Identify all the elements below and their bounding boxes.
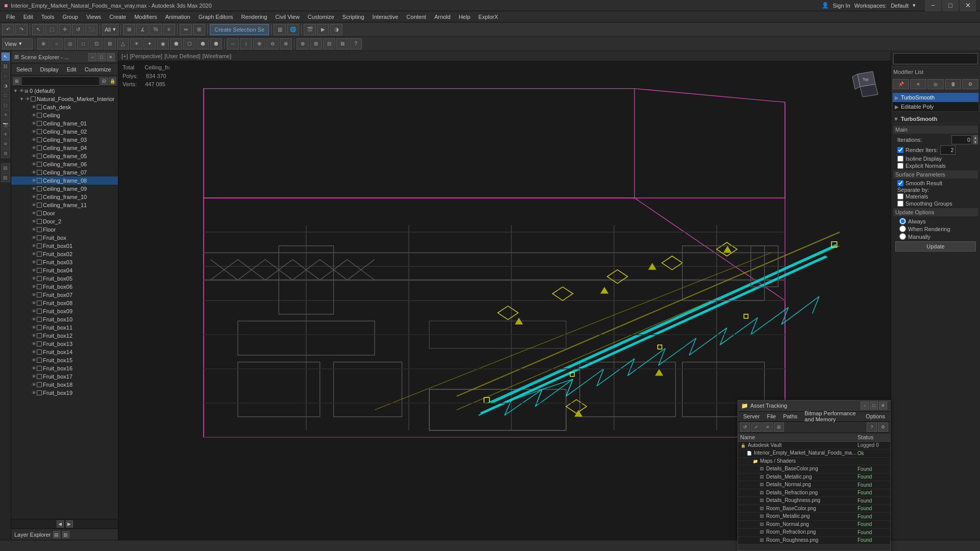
minimize-button[interactable]: − — [925, 0, 941, 11]
tree-item-floor[interactable]: 👁Floor — [11, 226, 118, 234]
tb2-btn18[interactable]: ⊖ — [266, 38, 279, 49]
render-iters-spinbox[interactable] — [940, 145, 955, 155]
left-shape-btn[interactable]: ◻ — [1, 101, 10, 110]
tb2-btn5[interactable]: ⊡ — [90, 38, 103, 49]
scene-customize-menu[interactable]: Customize — [82, 66, 114, 73]
at-horizontal-scrollbar[interactable] — [738, 544, 890, 550]
tb2-btn24[interactable]: ? — [350, 38, 362, 49]
tree-item-fruit_box07[interactable]: 👁Fruit_box07 — [11, 291, 118, 299]
menu-tools[interactable]: Tools — [37, 11, 59, 22]
make-unique-btn[interactable]: ◎ — [927, 79, 944, 89]
left-select-btn[interactable]: ↖ — [1, 52, 10, 61]
menu-edit[interactable]: Edit — [19, 11, 37, 22]
left-material-btn[interactable]: ◑ — [1, 81, 10, 90]
tb2-btn21[interactable]: ⊞ — [310, 38, 322, 49]
menu-group[interactable]: Group — [58, 11, 82, 22]
iterations-spinbox[interactable] — [951, 135, 972, 144]
at-list-btn[interactable]: ≡ — [763, 422, 773, 432]
when-rendering-radio[interactable] — [899, 226, 906, 232]
pin-stack-btn[interactable]: 📌 — [893, 79, 909, 89]
tree-item-ceiling_frame_08[interactable]: 👁Ceiling_frame_08 — [11, 177, 118, 185]
mirror-button[interactable]: ⇔ — [180, 24, 192, 35]
chevron-down-icon[interactable]: ▾ — [913, 2, 916, 9]
left-helper-btn[interactable]: ✛ — [1, 130, 10, 139]
tree-item-fruit_box01[interactable]: 👁Fruit_box01 — [11, 242, 118, 250]
signin-label[interactable]: Sign In — [833, 3, 850, 9]
at-row-4[interactable]: 🖼Details_Metallic.png Found — [738, 473, 890, 482]
scene-filter-btn3[interactable]: 🔒 — [109, 78, 116, 85]
tree-item-ceiling_frame_07[interactable]: 👁Ceiling_frame_07 — [11, 168, 118, 177]
tb2-btn6[interactable]: ⊞ — [104, 38, 116, 49]
object-name-input[interactable]: Ceiling_frame_08 — [893, 53, 978, 64]
manually-radio[interactable] — [899, 233, 906, 240]
scale-button[interactable]: ⬛ — [85, 24, 97, 35]
tb2-btn19[interactable]: ⊗ — [280, 38, 292, 49]
at-row-10[interactable]: 🖼Room_Normal.png Found — [738, 521, 890, 529]
viewport-plus[interactable]: [+] — [121, 53, 128, 59]
tb2-btn20[interactable]: ⊕ — [297, 38, 309, 49]
menu-scripting[interactable]: Scripting — [338, 11, 369, 22]
snap-toggle[interactable]: ⊞ — [123, 24, 135, 35]
scene-filter-input[interactable] — [21, 77, 100, 86]
editable-poly-modifier[interactable]: ▶ Editable Poly — [893, 102, 978, 111]
tree-item-ceiling_frame_05[interactable]: 👁Ceiling_frame_05 — [11, 152, 118, 160]
viewport-user-defined[interactable]: [User Defined] — [164, 53, 200, 59]
undo-button[interactable]: ↶ — [2, 24, 14, 35]
tb2-btn10[interactable]: ◉ — [157, 38, 169, 49]
left-bind-btn[interactable]: ○ — [1, 71, 10, 81]
scene-scroll-right[interactable]: ▶ — [66, 520, 73, 528]
configure-modifier-sets-btn[interactable]: ⚙ — [962, 79, 978, 89]
tb2-btn8[interactable]: ☀ — [130, 38, 142, 49]
menu-animation[interactable]: Animation — [161, 11, 194, 22]
tree-item-fruit_box10[interactable]: 👁Fruit_box10 — [11, 315, 118, 323]
menu-explorx[interactable]: ExplorX — [474, 11, 502, 22]
at-row-2[interactable]: 📁Maps / Shaders — [738, 458, 890, 466]
materials-checkbox[interactable] — [897, 193, 903, 199]
at-resolve-btn[interactable]: ✓ — [751, 422, 762, 432]
at-help-btn[interactable]: ? — [867, 422, 877, 432]
tree-item-fruit_box14[interactable]: 👁Fruit_box14 — [11, 348, 118, 356]
at-row-7[interactable]: 🖼Details_Roughness.png Found — [738, 497, 890, 505]
tree-item-ceiling_frame_01[interactable]: 👁Ceiling_frame_01 — [11, 119, 118, 128]
scene-scroll-left[interactable]: ◀ — [57, 520, 64, 528]
angle-snap[interactable]: ∡ — [136, 24, 149, 35]
viewport-orientation-cube[interactable]: Top — [850, 66, 880, 97]
at-row-9[interactable]: 🖼Room_Metallic.png Found — [738, 513, 890, 521]
left-spacewarp-btn[interactable]: ≋ — [1, 139, 10, 148]
left-system-btn[interactable]: ⚙ — [1, 149, 10, 158]
tree-item-fruit_box16[interactable]: 👁Fruit_box16 — [11, 364, 118, 372]
scene-select-menu[interactable]: Select — [13, 66, 35, 73]
scene-edit-menu[interactable]: Edit — [64, 66, 80, 73]
menu-create[interactable]: Create — [105, 11, 130, 22]
tb2-btn22[interactable]: ⊟ — [323, 38, 335, 49]
at-server-menu[interactable]: Server — [740, 413, 763, 420]
scene-filter-btn1[interactable]: ⊞ — [13, 78, 20, 85]
iterations-up-btn[interactable]: ▲ — [973, 135, 978, 140]
scene-display-menu[interactable]: Display — [37, 66, 62, 73]
tb2-btn15[interactable]: ↔ — [227, 38, 239, 49]
menu-content[interactable]: Content — [402, 11, 430, 22]
tb2-btn9[interactable]: ✦ — [143, 38, 156, 49]
at-bitmap-menu[interactable]: Bitmap Performance and Memory — [801, 410, 862, 423]
at-minimize-btn[interactable]: − — [861, 402, 869, 410]
isoline-checkbox[interactable] — [897, 156, 903, 162]
tree-item-fruit_box18[interactable]: 👁Fruit_box18 — [11, 381, 118, 389]
show-end-btn[interactable]: ≡ — [910, 79, 926, 89]
tree-item-fruit_box13[interactable]: 👁Fruit_box13 — [11, 340, 118, 348]
view-dropdown[interactable]: View ▾ — [2, 38, 33, 49]
tree-item-door[interactable]: 👁Door — [11, 209, 118, 217]
left-geo-btn[interactable]: □ — [1, 91, 10, 100]
tb2-btn7[interactable]: △ — [117, 38, 129, 49]
create-selection-button[interactable]: Create Selection Se — [210, 24, 269, 35]
tree-item-fruit_box19[interactable]: 👁Fruit_box19 — [11, 389, 118, 397]
menu-customize[interactable]: Customize — [304, 11, 338, 22]
scene-filter-btn2[interactable]: ⊟ — [101, 78, 108, 85]
tree-item-ceiling_frame_02[interactable]: 👁Ceiling_frame_02 — [11, 128, 118, 136]
tb2-btn1[interactable]: ⊕ — [37, 38, 50, 49]
scene-minimize-btn[interactable]: − — [88, 53, 96, 61]
tree-item-ceiling_frame_09[interactable]: 👁Ceiling_frame_09 — [11, 185, 118, 193]
tb2-btn17[interactable]: ⊕ — [253, 38, 265, 49]
select-region-button[interactable]: ⬚ — [45, 24, 58, 35]
update-button[interactable]: Update — [895, 241, 976, 252]
tree-item-fruit_box02[interactable]: 👁Fruit_box02 — [11, 250, 118, 258]
